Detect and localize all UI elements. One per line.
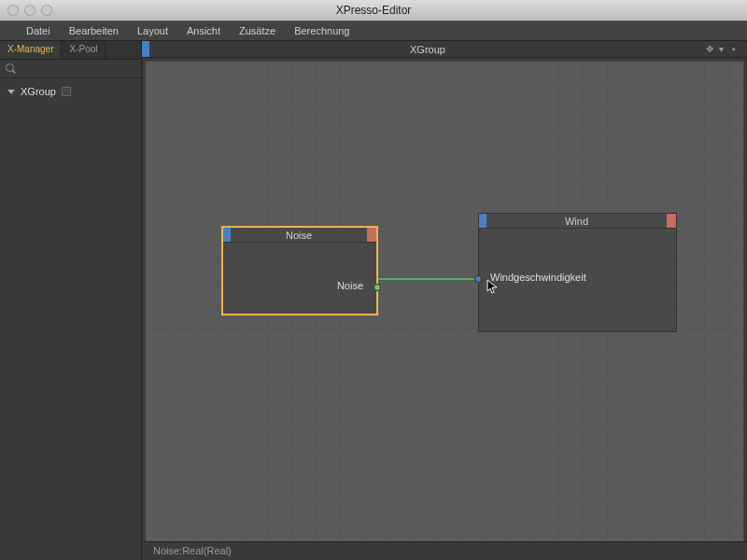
node-wind-title: Wind [486,214,667,228]
search-icon [6,63,17,75]
canvas-title: XGroup [149,44,706,55]
canvas-wrap: XGroup ✥ ▾ ▪ Noise Noise [142,41,747,560]
down-icon[interactable]: ▾ [719,44,730,55]
tree-item-label: XGroup [21,86,56,97]
minimize-icon[interactable] [24,5,35,16]
window-controls [0,5,52,16]
node-wind-header[interactable]: Wind [479,214,676,229]
move-icon[interactable]: ✥ [706,44,717,55]
tree-view: XGroup [0,78,141,105]
search-row[interactable] [0,60,141,78]
node-canvas[interactable]: Noise Noise Wind Windgeschwindigkeit [145,61,744,557]
tree-item-xgroup[interactable]: XGroup [0,84,141,99]
maximize-icon[interactable] [41,5,52,16]
menu-view[interactable]: Ansicht [177,21,230,41]
menu-calc[interactable]: Berechnung [285,21,359,41]
node-output-indicator [367,228,376,242]
menu-layout[interactable]: Layout [128,21,177,41]
node-wind-body: Windgeschwindigkeit [479,229,676,346]
window-titlebar: XPresso-Editor [0,0,747,21]
status-text: Noise:Real(Real) [153,545,232,556]
node-noise-title: Noise [231,228,367,242]
node-input-indicator [479,214,486,228]
close-icon[interactable] [7,5,19,16]
node-noise[interactable]: Noise Noise [222,227,377,315]
node-wind[interactable]: Wind Windgeschwindigkeit [478,213,677,332]
menu-file[interactable]: Datei [17,21,60,41]
node-output-indicator [667,214,676,228]
node-input-indicator [223,228,231,242]
status-bar: Noise:Real(Real) [144,541,747,560]
menu-edit[interactable]: Bearbeiten [60,21,128,41]
node-noise-header[interactable]: Noise [223,228,376,243]
work-area: X-Manager X-Pool XGroup XGroup ✥ ▾ ▪ [0,41,747,560]
tab-xmanager[interactable]: X-Manager [0,41,62,59]
tree-toggle-icon[interactable] [62,87,71,96]
chevron-down-icon[interactable] [7,88,15,95]
sidebar: X-Manager X-Pool XGroup [0,41,142,560]
close-canvas-icon[interactable]: ▪ [732,44,743,55]
sidebar-tabs: X-Manager X-Pool [0,41,141,60]
port-wind-in-label: Windgeschwindigkeit [490,272,586,283]
port-wind-in[interactable] [474,275,482,283]
canvas-header-icons: ✥ ▾ ▪ [706,44,747,55]
window-title: XPresso-Editor [0,4,747,17]
port-noise-out[interactable] [374,284,381,291]
tab-xpool[interactable]: X-Pool [62,41,106,59]
header-input-indicator [142,41,149,57]
node-noise-body: Noise [223,243,376,329]
canvas-header: XGroup ✥ ▾ ▪ [142,41,747,58]
menubar: Datei Bearbeiten Layout Ansicht Zusätze … [0,21,747,41]
port-noise-out-label: Noise [337,280,363,291]
menu-extras[interactable]: Zusätze [230,21,285,41]
